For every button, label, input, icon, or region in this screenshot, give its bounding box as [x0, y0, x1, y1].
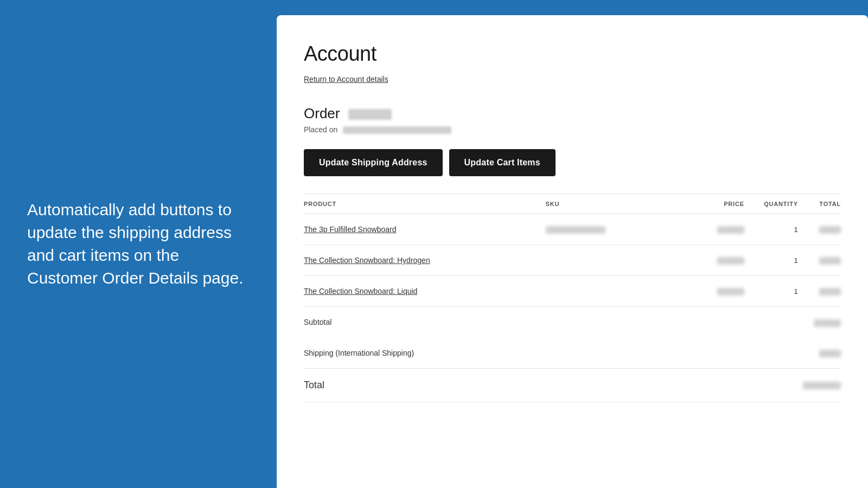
order-title: Order — [304, 105, 841, 122]
page-title: Account — [304, 42, 841, 66]
table-row: The Collection Snowboard: Hydrogen 1 — [304, 245, 841, 276]
product-quantity: 1 — [744, 276, 798, 307]
product-link[interactable]: The Collection Snowboard: Hydrogen — [304, 256, 430, 265]
return-link[interactable]: Return to Account details — [304, 75, 388, 84]
action-buttons: Update Shipping Address Update Cart Item… — [304, 149, 841, 176]
product-name: The Collection Snowboard: Liquid — [304, 276, 546, 307]
table-row: The Collection Snowboard: Liquid 1 — [304, 276, 841, 307]
update-cart-button[interactable]: Update Cart Items — [449, 149, 556, 176]
total-value-blur — [803, 382, 841, 389]
total-value — [798, 368, 841, 402]
col-header-product: PRODUCT — [304, 194, 546, 214]
product-link[interactable]: The 3p Fulfilled Snowboard — [304, 225, 396, 234]
price-value-blur — [717, 288, 744, 296]
subtotal-label: Subtotal — [304, 307, 798, 338]
product-sku — [546, 245, 680, 276]
product-price — [680, 245, 744, 276]
product-sku — [546, 276, 680, 307]
price-value-blur — [717, 226, 744, 234]
total-value-blur — [819, 226, 841, 234]
shipping-label: Shipping (International Shipping) — [304, 338, 798, 369]
left-panel: Automatically add buttons to update the … — [0, 0, 277, 488]
product-sku — [546, 214, 680, 245]
right-panel: Account Return to Account details Order … — [277, 15, 868, 488]
col-header-quantity: QUANTITY — [744, 194, 798, 214]
placed-on-date — [343, 126, 451, 134]
total-row: Total — [304, 368, 841, 402]
product-link[interactable]: The Collection Snowboard: Liquid — [304, 287, 417, 296]
col-header-total: TOTAL — [798, 194, 841, 214]
product-total — [798, 276, 841, 307]
placed-on: Placed on — [304, 125, 841, 134]
total-value-blur — [819, 288, 841, 296]
placed-on-label: Placed on — [304, 125, 337, 134]
total-value-blur — [819, 257, 841, 265]
product-price — [680, 276, 744, 307]
subtotal-row: Subtotal — [304, 307, 841, 338]
table-row: The 3p Fulfilled Snowboard 1 — [304, 214, 841, 245]
shipping-value-blur — [819, 350, 841, 357]
col-header-sku: SKU — [546, 194, 680, 214]
product-quantity: 1 — [744, 214, 798, 245]
product-quantity: 1 — [744, 245, 798, 276]
product-price — [680, 214, 744, 245]
sku-value-blur — [546, 226, 605, 234]
feature-description: Automatically add buttons to update the … — [27, 198, 250, 290]
subtotal-value — [798, 307, 841, 338]
product-total — [798, 214, 841, 245]
price-value-blur — [717, 257, 744, 265]
order-label: Order — [304, 105, 340, 121]
product-name: The 3p Fulfilled Snowboard — [304, 214, 546, 245]
subtotal-value-blur — [814, 319, 841, 327]
order-id — [348, 109, 392, 120]
product-total — [798, 245, 841, 276]
total-label: Total — [304, 368, 798, 402]
update-shipping-button[interactable]: Update Shipping Address — [304, 149, 443, 176]
shipping-value — [798, 338, 841, 369]
order-table: PRODUCT SKU PRICE QUANTITY TOTAL The 3p … — [304, 194, 841, 402]
product-name: The Collection Snowboard: Hydrogen — [304, 245, 546, 276]
col-header-price: PRICE — [680, 194, 744, 214]
shipping-row: Shipping (International Shipping) — [304, 338, 841, 369]
order-section: Order Placed on — [304, 105, 841, 134]
